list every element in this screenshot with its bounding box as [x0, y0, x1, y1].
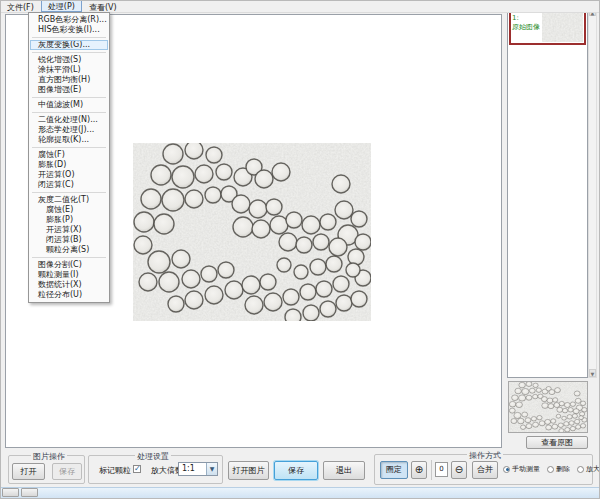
scale-combobox-value: 1:1 — [182, 464, 195, 473]
tem-image-svg — [133, 143, 371, 321]
zoom-out-icon[interactable]: ⊖ — [451, 461, 467, 479]
result-item-label: 1: 原始图像 — [511, 12, 541, 43]
context-menu-item[interactable]: 腐蚀(F) — [29, 150, 109, 160]
scroll-down-icon[interactable]: ▼ — [589, 369, 596, 377]
context-menu-item[interactable]: 数据统计(X) — [29, 280, 109, 290]
result-listbox[interactable]: 1: 原始图像 — [507, 7, 588, 378]
context-menu-item[interactable]: 膨胀(P) — [29, 215, 109, 225]
context-menu-item[interactable]: 颗粒分离(S) — [29, 245, 109, 255]
menu-separator — [32, 257, 106, 258]
file-groupbox: 图片操作 打开 保存 — [8, 455, 85, 484]
source-preview-thumbnail — [508, 381, 588, 433]
result-item-line1: 1: — [512, 14, 540, 23]
settings-group-title: 处理设置 — [135, 451, 171, 462]
context-menu-item[interactable]: 膨胀(D) — [29, 160, 109, 170]
context-menu-item[interactable]: 直方图均衡(H) — [29, 75, 109, 85]
context-menu: RGB色彩分离(R)...HIS色彩变换(I)...灰度变换(G)...锐化增强… — [28, 12, 110, 303]
context-menu-item[interactable]: 腐蚀(E) — [29, 205, 109, 215]
radio-icon — [503, 466, 510, 473]
context-menu-item[interactable]: 灰度变换(G)... — [30, 40, 108, 50]
merge-button[interactable]: 合并 — [472, 461, 498, 479]
zoom-in-icon[interactable]: ⊕ — [411, 461, 427, 479]
context-menu-item[interactable]: RGB色彩分离(R)... — [29, 15, 109, 25]
tools-groupbox: 操作方式 圈定 ⊕ 0 ⊖ 合并 手动测量删除放大缩小 — [374, 454, 593, 485]
context-menu-item[interactable]: 锐化增强(S) — [29, 55, 109, 65]
toolbar-divider — [431, 460, 432, 480]
context-menu-item[interactable]: 闭运算(B) — [29, 235, 109, 245]
radio-icon — [547, 466, 554, 473]
menu-separator — [32, 52, 106, 53]
settings-groupbox: 处理设置 标记颗粒 放大倍数: 1:1 ▼ — [88, 455, 223, 484]
menu-separator — [32, 147, 106, 148]
exit-button[interactable]: 退出 — [323, 461, 365, 480]
context-menu-item[interactable]: 开运算(O) — [29, 170, 109, 180]
mark-particles-label: 标记颗粒 — [99, 465, 131, 476]
tool-option-label: 放大 — [586, 464, 600, 474]
context-menu-item[interactable]: 涂抹平滑(L) — [29, 65, 109, 75]
context-menu-item[interactable]: 粒径分布(U) — [29, 290, 109, 300]
context-menu-item[interactable]: 形态学处理(J)... — [29, 125, 109, 135]
result-list-item[interactable]: 1: 原始图像 — [509, 10, 586, 45]
menubar-item[interactable]: 处理(P) — [41, 0, 82, 12]
tool-options: 手动测量删除放大缩小 — [503, 464, 589, 474]
context-menu-item[interactable]: 图像增强(E) — [29, 85, 109, 95]
context-menu-item[interactable]: HIS色彩变换(I)... — [29, 25, 109, 35]
save-small-button[interactable]: 保存 — [52, 463, 82, 480]
menu-separator — [32, 112, 106, 113]
context-menu-item[interactable]: 闭运算(C) — [29, 180, 109, 190]
list-scrollbar[interactable]: ▲ ▼ — [588, 7, 597, 378]
open-button[interactable]: 打开 — [12, 463, 45, 480]
result-item-line2: 原始图像 — [512, 23, 540, 32]
result-item-thumbnail — [542, 13, 583, 42]
nav-prev-button[interactable] — [2, 488, 19, 497]
save-button[interactable]: 保存 — [274, 461, 318, 480]
context-menu-item[interactable]: 中值滤波(M) — [29, 100, 109, 110]
menu-separator — [32, 37, 106, 38]
nav-next-button[interactable] — [21, 488, 38, 497]
chevron-down-icon[interactable]: ▼ — [206, 463, 217, 475]
preview-thumb-svg — [509, 382, 587, 432]
bottom-strip — [0, 487, 600, 499]
open-image-button[interactable]: 打开图片 — [228, 461, 269, 480]
tool-option[interactable]: 删除 — [547, 464, 570, 474]
count-spinner[interactable]: 0 — [435, 462, 448, 477]
context-menu-item[interactable]: 二值化处理(N)... — [29, 115, 109, 125]
tools-group-title: 操作方式 — [467, 450, 503, 461]
radio-icon — [577, 466, 584, 473]
context-menu-item[interactable]: 灰度二值化(T) — [29, 195, 109, 205]
context-menu-item[interactable]: 开运算(X) — [29, 225, 109, 235]
context-menu-item[interactable]: 颗粒测量(I) — [29, 270, 109, 280]
menubar-item[interactable]: 文件(F) — [0, 0, 41, 12]
circle-tool-button[interactable]: 圈定 — [380, 461, 408, 479]
menubar-item[interactable]: 查看(V) — [82, 0, 124, 12]
tool-option[interactable]: 放大 — [577, 464, 600, 474]
tool-option[interactable]: 手动测量 — [503, 464, 540, 474]
context-menu-item[interactable]: 轮廓提取(K)... — [29, 135, 109, 145]
tem-image[interactable] — [133, 143, 371, 321]
tool-option-label: 删除 — [556, 464, 570, 474]
context-menu-item[interactable]: 图像分割(C) — [29, 260, 109, 270]
file-group-title: 图片操作 — [31, 451, 67, 462]
view-original-button[interactable]: 查看原图 — [526, 436, 588, 449]
menu-separator — [32, 97, 106, 98]
mark-particles-checkbox[interactable] — [133, 465, 141, 473]
scale-combobox[interactable]: 1:1 ▼ — [178, 462, 218, 476]
tool-option-label: 手动测量 — [512, 464, 540, 474]
menu-separator — [32, 192, 106, 193]
